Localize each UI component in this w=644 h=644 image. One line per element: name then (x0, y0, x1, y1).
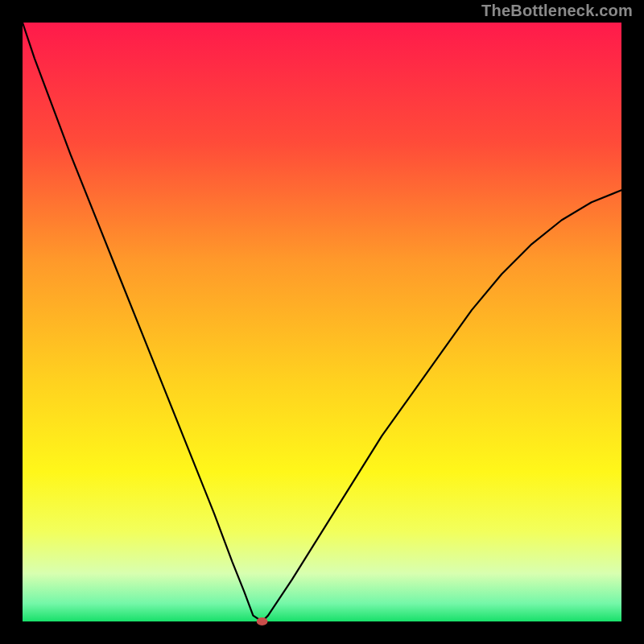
chart-frame: TheBottleneck.com (0, 0, 644, 644)
optimal-point-marker (257, 617, 268, 625)
chart-svg (0, 0, 644, 644)
watermark-text: TheBottleneck.com (481, 2, 633, 20)
